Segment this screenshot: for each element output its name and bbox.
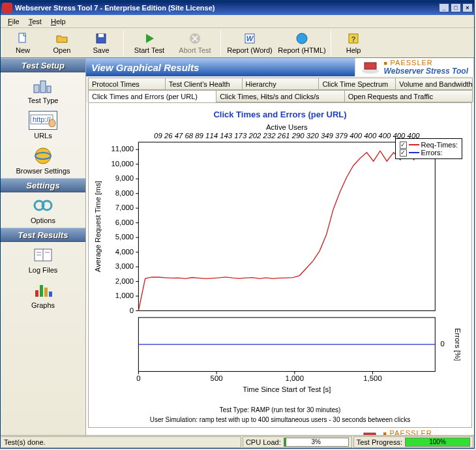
sidebar-item-options[interactable]: Options bbox=[1, 192, 85, 228]
svg-text:8,000: 8,000 bbox=[115, 189, 134, 197]
chart-test-type: Test Type: RAMP (run test for 30 minutes… bbox=[220, 406, 341, 413]
branding-top: ■ PAESSLER Webserver Stress Tool bbox=[355, 58, 474, 78]
sidebar-item-urls[interactable]: http:// URLs bbox=[1, 108, 85, 143]
open-icon bbox=[55, 32, 68, 45]
svg-text:11,000: 11,000 bbox=[111, 145, 134, 153]
tab[interactable]: Hierarchy bbox=[242, 78, 320, 90]
legend-req-times[interactable]: ✓ Req-Times: bbox=[400, 141, 458, 149]
chart-icon bbox=[33, 282, 53, 298]
svg-text:Time Since Start of Test [s]: Time Since Start of Test [s] bbox=[243, 385, 331, 393]
svg-text:Active Users: Active Users bbox=[266, 123, 308, 131]
svg-text:5,000: 5,000 bbox=[115, 233, 134, 241]
svg-rect-9 bbox=[34, 85, 39, 93]
tab[interactable]: Open Requests and Traffic bbox=[344, 90, 473, 102]
legend-color-red bbox=[409, 144, 419, 145]
svg-rect-10 bbox=[40, 81, 46, 93]
app-window: Webserver Stress Tool 7 - Enterprise Edi… bbox=[0, 0, 475, 449]
statusbar: Test(s) done. CPU Load: 3% Test Progress… bbox=[1, 435, 474, 448]
svg-rect-11 bbox=[47, 86, 51, 93]
sidebar-item-log-files[interactable]: Log Files bbox=[1, 242, 85, 277]
svg-text:1,000: 1,000 bbox=[286, 374, 304, 382]
svg-text:0: 0 bbox=[441, 340, 445, 348]
svg-text:500: 500 bbox=[211, 374, 223, 382]
status-cpu: CPU Load: 3% bbox=[243, 436, 352, 448]
tab[interactable]: Click Times, Hits/s and Clicks/s bbox=[216, 90, 344, 102]
brand-product: Webserver Stress Tool bbox=[384, 67, 468, 76]
globe-icon bbox=[34, 147, 52, 165]
sidebar: Test Setup Test Type http:// URLs Browse… bbox=[1, 58, 86, 435]
close-button[interactable]: × bbox=[462, 3, 473, 12]
brand-logo-icon bbox=[361, 60, 380, 74]
html-icon bbox=[295, 32, 308, 45]
svg-rect-24 bbox=[35, 290, 38, 297]
app-icon bbox=[2, 3, 12, 13]
tab[interactable]: Protocol Times bbox=[88, 78, 166, 90]
chart-sim-line: User Simulation: ramp test with up to 40… bbox=[150, 416, 411, 423]
help-icon: ? bbox=[347, 32, 360, 45]
svg-text:6,000: 6,000 bbox=[115, 218, 134, 226]
save-button[interactable]: Save bbox=[82, 29, 121, 57]
menu-test[interactable]: Test bbox=[24, 16, 46, 27]
chart-legend: ✓ Req-Times: ✓ Errors: bbox=[395, 138, 462, 159]
content-area: View Graphical Results ■ PAESSLER Webser… bbox=[86, 58, 474, 435]
tabs-container: Protocol TimesTest Client's HealthHierar… bbox=[86, 76, 474, 102]
tab[interactable]: Click Times and Errors (per URL) bbox=[88, 90, 216, 102]
svg-rect-27 bbox=[49, 292, 52, 297]
toolbar-separator bbox=[123, 31, 124, 55]
legend-color-blue bbox=[409, 152, 419, 153]
svg-rect-30 bbox=[138, 142, 435, 310]
save-icon bbox=[95, 32, 108, 45]
menu-help[interactable]: Help bbox=[46, 16, 70, 27]
help-button[interactable]: ? Help bbox=[334, 29, 373, 57]
url-icon: http:// bbox=[30, 114, 56, 127]
start-test-button[interactable]: Start Test bbox=[126, 29, 172, 57]
new-icon bbox=[16, 32, 29, 45]
abort-test-button: Abort Test bbox=[172, 29, 218, 57]
svg-text:Errors [%]: Errors [%] bbox=[454, 328, 462, 361]
maximize-button[interactable]: □ bbox=[451, 3, 461, 12]
status-progress: Test Progress: 100% bbox=[353, 436, 473, 448]
sidebar-header-setup: Test Setup bbox=[1, 58, 85, 72]
svg-text:Average Request Time [ms]: Average Request Time [ms] bbox=[94, 181, 102, 272]
word-icon: W bbox=[243, 32, 256, 45]
tab[interactable]: Test Client's Health bbox=[165, 78, 243, 90]
svg-point-14 bbox=[49, 119, 55, 127]
brand-logo-icon bbox=[360, 430, 379, 435]
svg-text:1,000: 1,000 bbox=[115, 292, 134, 299]
svg-point-15 bbox=[35, 148, 51, 164]
toolbar-separator bbox=[331, 31, 331, 55]
svg-rect-2 bbox=[98, 34, 104, 37]
sidebar-item-browser[interactable]: Browser Settings bbox=[1, 143, 85, 178]
svg-point-6 bbox=[297, 33, 307, 44]
brand-company: ■ PAESSLER bbox=[384, 59, 468, 67]
legend-errors[interactable]: ✓ Errors: bbox=[400, 149, 458, 157]
sidebar-item-graphs[interactable]: Graphs bbox=[1, 277, 85, 312]
svg-text:10,000: 10,000 bbox=[111, 160, 134, 168]
menu-file[interactable]: File bbox=[3, 16, 24, 27]
open-button[interactable]: Open bbox=[42, 29, 82, 57]
report-word-button[interactable]: W Report (Word) bbox=[224, 29, 276, 57]
checkbox-icon[interactable]: ✓ bbox=[400, 142, 407, 149]
checkbox-icon[interactable]: ✓ bbox=[400, 149, 407, 157]
content-header: View Graphical Results ■ PAESSLER Webser… bbox=[86, 58, 474, 76]
svg-text:0: 0 bbox=[130, 307, 134, 314]
tab[interactable]: Volume and Bandwidth bbox=[395, 78, 473, 90]
chart-plot: 01,0002,0003,0004,0005,0006,0007,0008,00… bbox=[91, 122, 469, 405]
sidebar-item-test-type[interactable]: Test Type bbox=[1, 72, 85, 108]
sidebar-header-results: Test Results bbox=[1, 228, 85, 242]
svg-text:0: 0 bbox=[136, 374, 140, 382]
report-html-button[interactable]: Report (HTML) bbox=[276, 29, 328, 57]
status-message: Test(s) done. bbox=[1, 436, 241, 448]
new-button[interactable]: New bbox=[3, 29, 42, 57]
tab[interactable]: Click Time Spectrum bbox=[318, 78, 396, 90]
main-area: Test Setup Test Type http:// URLs Browse… bbox=[1, 58, 474, 435]
svg-text:http://: http:// bbox=[33, 115, 51, 123]
cpu-progress: 3% bbox=[284, 438, 349, 447]
stop-icon bbox=[188, 32, 201, 45]
svg-text:4,000: 4,000 bbox=[115, 248, 134, 256]
minimize-button[interactable]: _ bbox=[439, 3, 449, 12]
svg-text:?: ? bbox=[351, 35, 356, 43]
svg-rect-26 bbox=[44, 288, 48, 297]
test-progress: 100% bbox=[405, 438, 470, 447]
svg-text:1,500: 1,500 bbox=[363, 374, 381, 382]
